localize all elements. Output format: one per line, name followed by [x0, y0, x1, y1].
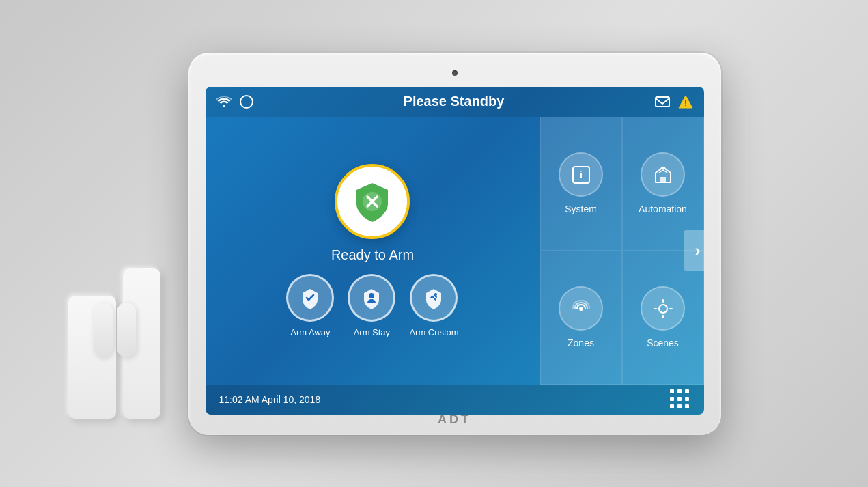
status-left-icons [216, 95, 253, 109]
svg-point-5 [369, 293, 374, 298]
svg-point-6 [434, 293, 437, 296]
scenes-icon-circle [641, 286, 685, 331]
sensor-small-1 [94, 303, 113, 357]
arm-stay-label: Arm Stay [354, 327, 390, 337]
sensor-medium [123, 268, 160, 419]
automation-icon-circle [641, 152, 685, 197]
main-content: Ready to Arm Arm Away [206, 117, 704, 385]
front-camera [452, 70, 458, 76]
nav-next-arrow[interactable]: › [695, 241, 701, 260]
arm-custom-label: Arm Custom [409, 327, 458, 337]
shield-status-circle[interactable] [335, 164, 410, 239]
sensor-small-2 [117, 303, 136, 357]
system-label: System [565, 204, 597, 214]
arm-away-icon-circle [286, 274, 334, 322]
status-circle-icon [240, 95, 253, 109]
arm-buttons-group: Arm Away Arm Stay [286, 274, 458, 337]
tablet-top-bar [202, 66, 708, 80]
arm-custom-button[interactable]: Arm Custom [409, 274, 458, 337]
scenes-panel-item[interactable]: Scenes [622, 251, 704, 385]
system-icon-circle: i [559, 152, 603, 197]
wifi-icon [216, 96, 232, 107]
scene: Please Standby ! [0, 0, 868, 487]
arm-away-button[interactable]: Arm Away [286, 274, 334, 337]
sensors-group [68, 268, 160, 419]
shield-container: Ready to Arm [331, 164, 414, 263]
arm-away-label: Arm Away [290, 327, 330, 337]
warning-icon[interactable]: ! [678, 95, 693, 109]
arm-stay-button[interactable]: Arm Stay [348, 274, 395, 337]
arm-custom-icon-circle [410, 274, 458, 322]
svg-point-10 [579, 307, 583, 311]
tablet-screen: Please Standby ! [206, 87, 704, 415]
brand-label: ADT [438, 413, 471, 427]
svg-text:!: ! [684, 99, 687, 107]
svg-rect-0 [656, 97, 669, 107]
status-bar: Please Standby ! [206, 87, 704, 117]
datetime-display: 11:02 AM April 10, 2018 [219, 394, 321, 405]
tablet-device: Please Standby ! [188, 53, 721, 435]
svg-rect-9 [660, 177, 666, 182]
automation-panel-item[interactable]: Automation [622, 117, 704, 251]
right-panel: i System [540, 117, 704, 385]
left-panel: Ready to Arm Arm Away [206, 117, 540, 385]
ready-to-arm-label: Ready to Arm [331, 247, 414, 263]
screen-footer: 11:02 AM April 10, 2018 [206, 385, 704, 415]
svg-text:i: i [580, 169, 583, 180]
zones-label: Zones [568, 337, 594, 348]
arm-stay-icon-circle [348, 274, 395, 322]
system-panel-item[interactable]: i System [540, 117, 622, 251]
status-right-icons: ! [655, 95, 693, 109]
zones-icon-circle [559, 286, 603, 331]
apps-grid-icon[interactable] [670, 389, 690, 410]
zones-panel-item[interactable]: Zones [540, 251, 622, 385]
automation-label: Automation [639, 204, 687, 214]
status-title: Please Standby [404, 94, 505, 109]
mail-icon[interactable] [655, 96, 670, 107]
scenes-label: Scenes [647, 337, 679, 348]
